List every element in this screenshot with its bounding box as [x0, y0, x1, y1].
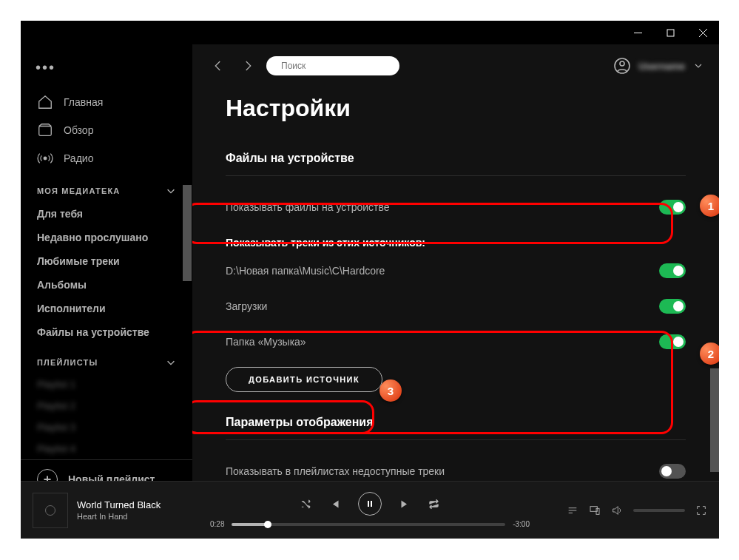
nav-browse-label: Обзор: [64, 124, 93, 136]
page-title: Настройки: [226, 95, 686, 122]
titlebar: [21, 21, 719, 44]
lib-item-albums[interactable]: Альбомы: [21, 273, 192, 297]
nav-radio-label: Радио: [64, 152, 93, 164]
track-info: World Turned Black Heart In Hand: [33, 493, 210, 528]
fullscreen-icon[interactable]: [695, 505, 707, 516]
time-remaining: -3:00: [513, 520, 530, 528]
screenshot-frame: ••• Главная Обзор Радио МОЯ МЕДИАТЕКА Дл…: [0, 0, 739, 560]
search-input[interactable]: [281, 61, 392, 71]
source-row: D:\Новая папка\Music\C\Hardcore: [226, 253, 686, 289]
playlist-item[interactable]: Playlist 1: [21, 374, 192, 395]
sidebar: ••• Главная Обзор Радио МОЯ МЕДИАТЕКА Дл…: [21, 44, 192, 481]
track-title[interactable]: World Turned Black: [77, 499, 161, 510]
chevron-down-icon[interactable]: [166, 186, 176, 196]
settings-content: Настройки Файлы на устройстве Показывать…: [192, 87, 719, 481]
plus-icon: +: [37, 469, 58, 481]
toggle-source-1[interactable]: [659, 299, 686, 314]
nav-browse[interactable]: Обзор: [21, 116, 192, 144]
main-scrollbar[interactable]: [710, 87, 719, 481]
toggle-label: Показывать файлы на устройстве: [226, 201, 390, 213]
search-box[interactable]: [266, 56, 399, 75]
main-area: Username Настройки Файлы на устройстве П…: [192, 44, 719, 481]
user-menu[interactable]: Username: [613, 57, 704, 75]
toggle-source-2[interactable]: [659, 334, 686, 349]
volume-icon[interactable]: [611, 505, 623, 516]
lib-item-artists[interactable]: Исполнители: [21, 297, 192, 320]
nav-forward[interactable]: [237, 55, 259, 77]
menu-ellipsis[interactable]: •••: [21, 53, 192, 88]
library-header: МОЯ МЕДИАТЕКА: [21, 172, 192, 202]
user-icon: [613, 57, 631, 75]
main-header: Username: [192, 44, 719, 87]
chevron-down-icon: [692, 60, 704, 72]
album-art[interactable]: [33, 493, 68, 528]
browse-icon: [37, 122, 53, 138]
source-path: Папка «Музыка»: [226, 336, 306, 348]
toggle-row-show-local: Показывать файлы на устройстве: [226, 189, 686, 225]
app-window: ••• Главная Обзор Радио МОЯ МЕДИАТЕКА Дл…: [21, 21, 719, 539]
previous-icon[interactable]: [329, 499, 340, 510]
toggle-label: Показывать в плейлистах недоступные трек…: [226, 465, 445, 477]
new-playlist-button[interactable]: + Новый плейлист: [21, 459, 192, 481]
window-maximize[interactable]: [654, 21, 686, 44]
playlist-item[interactable]: Playlist 2: [21, 395, 192, 416]
lib-item-liked[interactable]: Любимые треки: [21, 249, 192, 273]
home-icon: [37, 94, 53, 110]
progress-bar[interactable]: [232, 523, 505, 526]
window-close[interactable]: [686, 21, 719, 44]
nav-radio[interactable]: Радио: [21, 144, 192, 172]
lib-item-for-you[interactable]: Для тебя: [21, 202, 192, 226]
player-right: [530, 505, 707, 516]
playlist-item[interactable]: Playlist 4: [21, 438, 192, 459]
toggle-show-local[interactable]: [659, 200, 686, 215]
sources-label: Показывать треки из этих источников:: [226, 237, 686, 249]
playlist-item[interactable]: Playlist 3: [21, 416, 192, 438]
playlists-header: ПЛЕЙЛИСТЫ: [21, 344, 192, 374]
section-display: Параметры отображения: [226, 416, 686, 429]
next-icon[interactable]: [399, 499, 411, 510]
queue-icon[interactable]: [567, 505, 578, 516]
radio-icon: [37, 150, 53, 166]
track-artist[interactable]: Heart In Hand: [77, 512, 161, 521]
svg-rect-11: [371, 501, 372, 507]
player-bar: World Turned Black Heart In Hand 0:28 -3…: [21, 481, 719, 539]
divider: [226, 439, 686, 440]
source-row: Загрузки: [226, 289, 686, 324]
user-name: Username: [638, 61, 685, 72]
player-controls: 0:28 -3:00: [210, 492, 530, 528]
time-elapsed: 0:28: [210, 520, 224, 528]
pause-button[interactable]: [358, 492, 382, 516]
toggle-row-unavailable: Показывать в плейлистах недоступные трек…: [226, 453, 686, 481]
devices-icon[interactable]: [589, 505, 601, 516]
lib-item-local[interactable]: Файлы на устройстве: [21, 320, 192, 344]
window-minimize[interactable]: [621, 21, 654, 44]
repeat-icon[interactable]: [428, 499, 439, 510]
svg-rect-4: [39, 126, 52, 136]
add-source-button[interactable]: ДОБАВИТЬ ИСТОЧНИК: [226, 367, 382, 392]
nav-back[interactable]: [207, 55, 229, 77]
svg-rect-10: [368, 501, 369, 507]
chevron-down-icon[interactable]: [166, 357, 176, 368]
toggle-unavailable[interactable]: [659, 464, 686, 479]
toggle-source-0[interactable]: [659, 263, 686, 278]
nav-home[interactable]: Главная: [21, 88, 192, 116]
svg-point-9: [620, 61, 624, 66]
lib-item-recent[interactable]: Недавно прослушано: [21, 226, 192, 249]
volume-slider[interactable]: [633, 509, 685, 512]
svg-point-5: [44, 157, 47, 160]
nav-home-label: Главная: [64, 96, 103, 108]
source-path: Загрузки: [226, 300, 267, 312]
svg-rect-1: [667, 30, 674, 36]
divider: [226, 175, 686, 176]
shuffle-icon[interactable]: [300, 499, 311, 510]
source-path: D:\Новая папка\Music\C\Hardcore: [226, 265, 385, 277]
source-row: Папка «Музыка»: [226, 324, 686, 360]
section-local-files: Файлы на устройстве: [226, 152, 686, 165]
